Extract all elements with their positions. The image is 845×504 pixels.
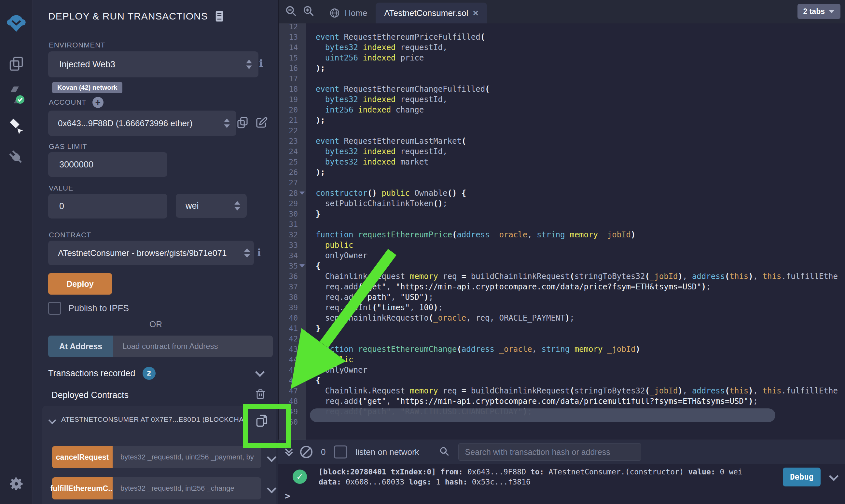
expand-terminal-icon[interactable] xyxy=(286,449,292,455)
environment-label: ENVIRONMENT xyxy=(49,41,105,50)
transactions-chevron-icon[interactable] xyxy=(255,367,265,377)
value-unit-select[interactable]: wei xyxy=(176,194,247,218)
code-line: 38 req.add("path", "USD"); xyxy=(279,292,845,302)
code-line: 44 public xyxy=(279,355,845,365)
publish-ipfs-checkbox[interactable] xyxy=(48,302,61,315)
add-account-icon[interactable]: + xyxy=(92,97,104,108)
debug-button[interactable]: Debug xyxy=(783,468,821,486)
function-args-input[interactable]: bytes32 _requestId, uint256 _payment, by xyxy=(113,446,261,468)
zoom-in-icon[interactable] xyxy=(303,5,315,19)
select-stepper-icon xyxy=(224,119,230,128)
gas-limit-label: GAS LIMIT xyxy=(49,142,87,151)
line-number: 23 xyxy=(279,137,298,145)
gas-limit-input[interactable] xyxy=(48,152,167,177)
line-number: 30 xyxy=(279,210,298,218)
fold-chevron-icon[interactable] xyxy=(298,192,306,195)
code-line: 35 { xyxy=(279,261,845,271)
close-tab-icon[interactable]: × xyxy=(473,7,479,19)
line-number: 44 xyxy=(279,355,298,364)
function-args-input[interactable]: bytes32 _requestId, int256 _change xyxy=(113,477,261,500)
instance-title: ATESTNETCONSUMER AT 0X7E7...E80D1 (BLOCK… xyxy=(61,416,243,424)
code-line: 34 onlyOwner xyxy=(279,250,845,261)
contract-select[interactable]: ATestnetConsumer - browser/gists/9b71e07… xyxy=(48,240,254,265)
code-line: 45 onlyOwner xyxy=(279,365,845,375)
at-address-input[interactable]: Load contract from Address xyxy=(113,336,273,357)
code-line: 20 int256 indexed change xyxy=(279,105,845,115)
horizontal-scrollbar[interactable] xyxy=(310,409,775,422)
network-badge: Kovan (42) network xyxy=(52,82,122,93)
line-number: 47 xyxy=(279,386,298,395)
solidity-compiler-icon[interactable] xyxy=(0,83,33,107)
listen-network-checkbox[interactable] xyxy=(334,446,347,458)
tab-home[interactable]: Home xyxy=(321,3,376,23)
code-line: 42 xyxy=(279,334,845,344)
line-number: 22 xyxy=(279,126,298,135)
function-row: fulfillEthereumC...bytes32 _requestId, i… xyxy=(52,477,275,500)
line-number: 40 xyxy=(279,314,298,322)
line-number: 20 xyxy=(279,106,298,114)
transaction-log-row: ✓ [block:20780401 txIndex:0] from: 0x643… xyxy=(293,467,837,487)
expand-function-chevron-icon[interactable] xyxy=(267,484,277,493)
line-number: 12 xyxy=(279,23,298,31)
environment-select[interactable]: Injected Web3 xyxy=(48,51,258,77)
code-area[interactable]: 1213 event RequestEthereumPriceFulfilled… xyxy=(279,23,845,439)
line-number: 34 xyxy=(279,251,298,260)
select-stepper-icon xyxy=(244,248,250,258)
tab-label: Home xyxy=(345,8,367,18)
line-number: 28 xyxy=(279,189,298,197)
contract-label: CONTRACT xyxy=(49,231,91,239)
line-number: 21 xyxy=(279,116,298,125)
terminal-search-input[interactable] xyxy=(458,443,641,461)
tab-atestnetconsumer-sol[interactable]: ATestnetConsumer.sol× xyxy=(376,3,487,23)
line-number: 45 xyxy=(279,366,298,374)
at-address-button[interactable]: At Address xyxy=(48,336,113,357)
code-line: 24 bytes32 indexed requestId, xyxy=(279,146,845,157)
sign-message-icon[interactable] xyxy=(255,116,268,131)
zoom-out-icon[interactable] xyxy=(285,5,297,19)
line-number: 14 xyxy=(279,43,298,52)
remix-logo-icon[interactable] xyxy=(0,12,33,35)
contract-info-icon[interactable]: i xyxy=(257,247,261,259)
remix-logo xyxy=(6,13,27,34)
transactions-count-badge: 2 xyxy=(142,367,156,380)
globe-icon xyxy=(329,7,340,19)
clear-console-icon[interactable] xyxy=(300,446,312,458)
tabs-count-button[interactable]: 2 tabs xyxy=(797,4,841,19)
code-line: 30 } xyxy=(279,209,845,219)
function-button-fulfillethereumc-[interactable]: fulfillEthereumC... xyxy=(52,477,113,500)
copy-account-icon[interactable] xyxy=(236,116,249,131)
code-line: 48 req.add("get", "https://min-api.crypt… xyxy=(279,396,845,407)
line-number: 16 xyxy=(279,64,298,73)
log-expand-chevron-icon[interactable] xyxy=(829,471,839,481)
function-button-cancelrequest[interactable]: cancelRequest xyxy=(52,446,113,468)
plugin-manager-icon[interactable] xyxy=(0,146,33,169)
copy-instance-address-icon[interactable] xyxy=(255,414,269,429)
code-line: 22 xyxy=(279,126,845,136)
fold-chevron-icon[interactable] xyxy=(298,264,306,268)
code-line: 13 event RequestEthereumPriceFulfilled( xyxy=(279,32,845,42)
docs-book-icon[interactable] xyxy=(214,11,224,22)
code-line: 15 uint256 indexed price xyxy=(279,53,845,63)
terminal-search-icon xyxy=(439,446,450,458)
clear-instances-trash-icon[interactable] xyxy=(254,388,267,402)
code-lines: 1213 event RequestEthereumPriceFulfilled… xyxy=(279,23,845,427)
select-stepper-icon xyxy=(234,201,240,211)
tab-strip: HomeATestnetConsumer.sol× 2 tabs xyxy=(279,0,845,23)
terminal-prompt[interactable]: > xyxy=(285,491,290,501)
account-select[interactable]: 0x643...9F88D (1.666673996 ether) xyxy=(48,111,236,136)
line-number: 26 xyxy=(279,168,298,177)
code-line: 47 Chainlink.Request memory req = buildC… xyxy=(279,385,845,396)
deploy-button[interactable]: Deploy xyxy=(48,273,112,294)
instance-collapse-chevron-icon[interactable] xyxy=(48,416,56,424)
value-input[interactable] xyxy=(48,194,167,218)
code-line: 27 xyxy=(279,178,845,188)
environment-info-icon[interactable]: i xyxy=(259,57,263,70)
expand-function-chevron-icon[interactable] xyxy=(267,452,277,462)
publish-ipfs-label: Publish to IPFS xyxy=(68,303,129,313)
deploy-run-icon[interactable] xyxy=(0,114,33,138)
fold-chevron-icon[interactable] xyxy=(298,379,306,382)
settings-gear-icon[interactable] xyxy=(0,472,33,496)
code-line: 31 xyxy=(279,219,845,230)
file-explorer-icon[interactable] xyxy=(0,52,33,75)
line-number: 37 xyxy=(279,283,298,291)
